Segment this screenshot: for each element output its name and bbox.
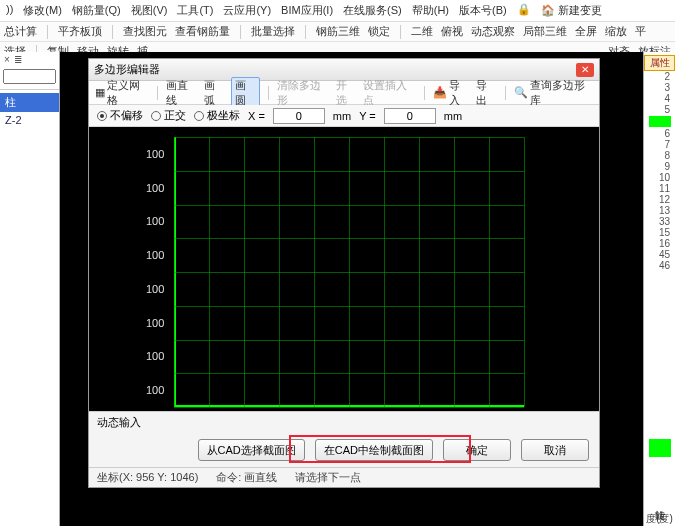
row-num: 33	[644, 216, 675, 227]
menu-item[interactable]: 修改(M)	[23, 3, 62, 18]
x-tick-label: 100	[322, 410, 340, 411]
set-insert-button[interactable]: 设置插入点	[363, 78, 416, 108]
tb-top[interactable]: 俯视	[441, 24, 463, 39]
import-button[interactable]: 📥 导入	[433, 78, 470, 108]
menu-item[interactable]: 视图(V)	[131, 3, 168, 18]
close-icon[interactable]: ✕	[576, 63, 594, 77]
side-deg-label: 度(度)	[646, 512, 673, 526]
tb-lock[interactable]: 锁定	[368, 24, 390, 39]
x-tick-label: 100	[287, 410, 305, 411]
row-num: 46	[644, 260, 675, 271]
library-button[interactable]: 🔍 查询多边形库	[514, 78, 593, 108]
grid: 1001001001001001001001001001001001001001…	[174, 137, 524, 407]
menu-item[interactable]: BIM应用(I)	[281, 3, 333, 18]
x-tick-label: 100	[392, 410, 410, 411]
tb-local3d[interactable]: 局部三维	[523, 24, 567, 39]
row-num: 16	[644, 238, 675, 249]
left-panel: × ≣ 柱 Z-2	[0, 52, 60, 526]
y-tick-label: 100	[146, 215, 164, 227]
menu-item[interactable]: 帮助(H)	[412, 3, 449, 18]
draw-line-button[interactable]: 画直线	[166, 78, 198, 108]
menu-item[interactable]: 工具(T)	[177, 3, 213, 18]
green-block	[649, 116, 671, 127]
app-menubar: )) 修改(M) 钢筋量(Q) 视图(V) 工具(T) 云应用(Y) BIM应用…	[0, 0, 675, 22]
y-label: Y =	[359, 110, 376, 122]
y-tick-label: 100	[146, 283, 164, 295]
left-tab[interactable]: ≣	[14, 54, 22, 65]
dialog-toolbar: ▦ 定义网格 画直线 画弧 画圆 清除多边形 开选 设置插入点 📥 导入 导出 …	[89, 81, 599, 105]
dialog-title-text: 多边形编辑器	[94, 62, 160, 77]
dynamic-input-label: 动态输入	[97, 415, 141, 430]
polar-radio[interactable]: 极坐标	[194, 108, 240, 123]
clear-poly-button[interactable]: 清除多边形	[277, 78, 330, 108]
x-tick-label: 100	[357, 410, 375, 411]
menu-item[interactable]: 钢筋量(Q)	[72, 3, 121, 18]
tb-rebar3d[interactable]: 钢筋三维	[316, 24, 360, 39]
ring-button[interactable]: 开选	[336, 78, 357, 108]
menu-item[interactable]: ))	[6, 3, 13, 18]
status-hint: 请选择下一点	[295, 470, 361, 485]
row-num: 3	[644, 82, 675, 93]
tb-batch[interactable]: 批量选择	[251, 24, 295, 39]
x-tick-label: 100	[497, 410, 515, 411]
menu-item[interactable]: 在线服务(S)	[343, 3, 402, 18]
no-offset-radio[interactable]: 不偏移	[97, 108, 143, 123]
row-num: 2	[644, 71, 675, 82]
y-tick-label: 100	[146, 350, 164, 362]
row-num: 10	[644, 172, 675, 183]
layer-item[interactable]: 柱	[0, 93, 59, 112]
menu-item[interactable]: 🔒	[517, 3, 531, 18]
y-tick-label: 100	[146, 384, 164, 396]
y-tick-label: 100	[146, 148, 164, 160]
y-tick-label: 100	[146, 182, 164, 194]
tb-orbit[interactable]: 动态观察	[471, 24, 515, 39]
row-num: 13	[644, 205, 675, 216]
tb-find[interactable]: 查找图元	[123, 24, 167, 39]
menu-item[interactable]: 云应用(Y)	[223, 3, 271, 18]
ortho-radio[interactable]: 正交	[151, 108, 186, 123]
x-unit: mm	[333, 110, 351, 122]
row-num: 9	[644, 161, 675, 172]
x-label: X =	[248, 110, 265, 122]
dialog-buttons: 从CAD选择截面图 在CAD中绘制截面图 确定 取消	[89, 433, 599, 467]
from-cad-button[interactable]: 从CAD选择截面图	[198, 439, 305, 461]
right-rail: 属性 2 3 4 5 6 7 8 9 10 11 12 13 33 15 16 …	[643, 52, 675, 526]
x-input[interactable]	[273, 108, 325, 124]
x-tick-label: 100	[182, 410, 200, 411]
dialog-statusbar: 坐标(X: 956 Y: 1046) 命令: 画直线 请选择下一点	[89, 467, 599, 487]
row-num: 12	[644, 194, 675, 205]
y-unit: mm	[444, 110, 462, 122]
cancel-button[interactable]: 取消	[521, 439, 589, 461]
dynamic-input-row: 动态输入	[89, 411, 599, 433]
in-cad-button[interactable]: 在CAD中绘制截面图	[315, 439, 433, 461]
x-tick-label: 100	[217, 410, 235, 411]
row-num: 5	[644, 104, 675, 115]
dialog-canvas[interactable]: 1001001001001001001001001001001001001001…	[89, 127, 599, 411]
status-coord: 坐标(X: 956 Y: 1046)	[97, 470, 198, 485]
tb-level-slab[interactable]: 平齐板顶	[58, 24, 102, 39]
menu-item[interactable]: 🏠 新建变更	[541, 3, 602, 18]
ok-button[interactable]: 确定	[443, 439, 511, 461]
export-button[interactable]: 导出	[476, 78, 497, 108]
x-tick-label: 100	[427, 410, 445, 411]
define-grid-button[interactable]: ▦ 定义网格	[95, 78, 149, 108]
tb-2d[interactable]: 二维	[411, 24, 433, 39]
search-input[interactable]	[3, 69, 56, 84]
status-cmd-label: 命令:	[216, 471, 241, 483]
tb-zoom[interactable]: 缩放	[605, 24, 627, 39]
x-tick-label: 100	[252, 410, 270, 411]
tb-full[interactable]: 全屏	[575, 24, 597, 39]
draw-arc-button[interactable]: 画弧	[204, 78, 225, 108]
left-tab[interactable]: ×	[4, 54, 10, 65]
tb-total-calc[interactable]: 总计算	[4, 24, 37, 39]
row-num: 7	[644, 139, 675, 150]
layer-item[interactable]: Z-2	[0, 112, 59, 128]
row-num: 8	[644, 150, 675, 161]
tb-view-rebar[interactable]: 查看钢筋量	[175, 24, 230, 39]
menu-item[interactable]: 版本号(B)	[459, 3, 507, 18]
polygon-editor-dialog: 多边形编辑器 ✕ ▦ 定义网格 画直线 画弧 画圆 清除多边形 开选 设置插入点…	[88, 58, 600, 488]
y-input[interactable]	[384, 108, 436, 124]
y-tick-label: 100	[146, 249, 164, 261]
draw-circle-button[interactable]: 画圆	[231, 77, 260, 109]
tb-more[interactable]: 平	[635, 24, 646, 39]
